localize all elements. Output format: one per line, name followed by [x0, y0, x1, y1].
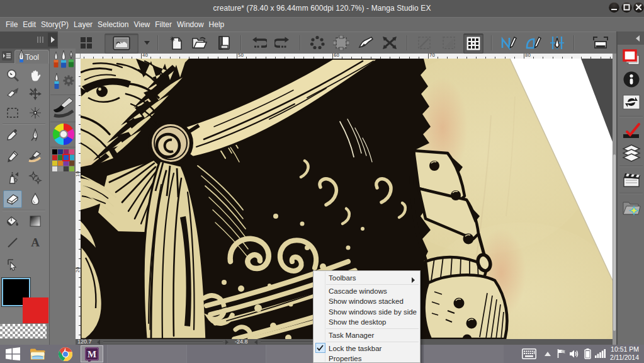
context-menu-item-show-the-desktop[interactable]: Show the desktop — [314, 317, 419, 327]
context-menu-item-task-manager[interactable]: Task Manager — [314, 330, 419, 340]
expand-selection-button[interactable] — [332, 33, 351, 52]
tool-airbrush[interactable] — [3, 169, 22, 187]
tool-auto-select[interactable] — [26, 104, 45, 122]
subtool-colorset-section[interactable] — [50, 147, 76, 175]
tool-figure[interactable] — [3, 234, 22, 251]
color-set-swatch[interactable] — [64, 166, 69, 171]
sub-color-swatch[interactable] — [23, 297, 48, 323]
minimize-button[interactable] — [609, 2, 619, 13]
color-set-swatch[interactable] — [64, 155, 69, 160]
action-center-icon[interactable] — [556, 347, 567, 360]
sync-views-button[interactable] — [621, 92, 641, 112]
color-set-swatch[interactable] — [69, 155, 74, 160]
correction-button[interactable] — [621, 121, 641, 141]
color-set-swatch[interactable] — [58, 149, 63, 154]
show-hidden-icons-button[interactable] — [543, 347, 552, 360]
snap-to-ruler-button[interactable] — [499, 33, 518, 52]
menu-selection[interactable]: Selection — [95, 18, 131, 32]
color-set-swatch[interactable] — [52, 149, 57, 154]
tool-flick[interactable] — [3, 85, 22, 103]
redo-button[interactable] — [273, 33, 292, 52]
battery-icon[interactable] — [583, 347, 592, 360]
transparent-color-swatch[interactable] — [0, 324, 47, 338]
preview-dropdown[interactable] — [143, 33, 152, 52]
color-set-swatch[interactable] — [58, 155, 63, 160]
snap-to-grid-button[interactable] — [548, 33, 567, 52]
color-set-swatch[interactable] — [64, 149, 69, 154]
tool-gradient[interactable] — [26, 212, 45, 230]
grip-icon[interactable] — [37, 36, 45, 43]
close-button[interactable] — [633, 2, 644, 13]
menu-filter[interactable]: Filter — [152, 18, 174, 32]
context-menu-item-lock-the-taskbar[interactable]: Lock the taskbar — [314, 343, 419, 354]
tool-blend[interactable] — [26, 190, 45, 208]
tool-layer-move[interactable] — [26, 85, 45, 103]
color-set-swatch[interactable] — [69, 166, 74, 171]
context-menu-item-properties[interactable]: Properties — [314, 354, 419, 363]
tool-object[interactable] — [3, 255, 22, 273]
story-button[interactable] — [621, 170, 641, 190]
marker-settings-icon[interactable] — [52, 72, 76, 94]
volume-icon[interactable] — [568, 347, 580, 360]
tool-eyedropper[interactable] — [3, 126, 22, 144]
menu-storyp[interactable]: Story(P) — [38, 18, 71, 32]
tool-decoration[interactable] — [26, 169, 45, 187]
undo-button[interactable] — [249, 33, 268, 52]
menu-layer[interactable]: Layer — [71, 18, 95, 32]
zoom-out-button[interactable] — [97, 340, 100, 345]
pen-tools-icon[interactable] — [52, 50, 76, 72]
color-set-swatch[interactable] — [69, 161, 74, 166]
menu-window[interactable]: Window — [174, 18, 206, 32]
tool-fill[interactable] — [3, 212, 22, 230]
network-icon[interactable] — [594, 347, 606, 360]
scatter-select-button[interactable] — [308, 33, 327, 52]
zoom-in-button[interactable] — [225, 340, 229, 345]
subtool-colorwheel-section[interactable] — [50, 122, 76, 147]
context-menu-item-show-windows-stacked[interactable]: Show windows stacked — [314, 296, 419, 306]
menu-view[interactable]: View — [131, 18, 152, 32]
menu-help[interactable]: Help — [206, 18, 227, 32]
panel-menu-button[interactable] — [2, 51, 12, 60]
taskbar-clock[interactable]: 10:51 PM 2/11/2014 — [610, 345, 639, 362]
color-set-swatch[interactable] — [69, 149, 74, 154]
zoom-slider[interactable] — [103, 342, 223, 343]
grid-on-button[interactable] — [463, 33, 483, 54]
scrollbar-thumb[interactable] — [613, 154, 616, 331]
materials-button[interactable] — [621, 197, 641, 217]
layers-button[interactable] — [621, 143, 641, 163]
context-menu-item-show-windows-side-by-side[interactable]: Show windows side by side — [314, 307, 419, 317]
tool-selection[interactable] — [3, 104, 22, 122]
page-preview-button[interactable] — [105, 33, 138, 54]
tool-tab[interactable]: Tool — [14, 50, 49, 64]
start-button[interactable] — [1, 345, 24, 362]
grid-view-button[interactable] — [77, 33, 96, 52]
menu-edit[interactable]: Edit — [20, 18, 38, 32]
frame-view-button[interactable] — [591, 33, 610, 52]
color-set-swatch[interactable] — [52, 161, 57, 166]
menu-file[interactable]: File — [3, 18, 20, 32]
chevron-left-icon[interactable] — [635, 35, 640, 42]
rotate-left-button[interactable] — [254, 340, 257, 345]
file-explorer-button[interactable] — [26, 345, 49, 362]
context-menu-item-cascade-windows[interactable]: Cascade windows — [314, 286, 419, 296]
chrome-button[interactable] — [54, 345, 77, 362]
tool-text[interactable]: A — [26, 234, 45, 251]
fill-selection-button[interactable] — [356, 33, 375, 52]
save-document-button[interactable] — [215, 33, 234, 52]
ruler-disabled-b-button[interactable] — [439, 33, 458, 52]
color-set-swatch[interactable] — [58, 166, 63, 171]
tool-zoom[interactable] — [3, 67, 22, 84]
snap-to-special-ruler-button[interactable] — [524, 33, 543, 52]
color-set-swatch[interactable] — [58, 161, 63, 166]
color-set-swatch[interactable] — [52, 155, 57, 160]
expand-panel-button[interactable] — [48, 33, 57, 47]
open-document-button[interactable] — [190, 33, 209, 52]
subtool-brush-section[interactable] — [50, 95, 76, 122]
maximize-button[interactable] — [621, 2, 632, 13]
context-menu-item-toolbars[interactable]: Toolbars — [314, 273, 419, 283]
new-document-button[interactable] — [166, 33, 185, 52]
color-set-swatch[interactable] — [64, 161, 69, 166]
manga-studio-button[interactable]: M — [81, 345, 103, 362]
tool-eraser[interactable] — [3, 190, 22, 208]
tool-pen[interactable] — [26, 126, 45, 144]
